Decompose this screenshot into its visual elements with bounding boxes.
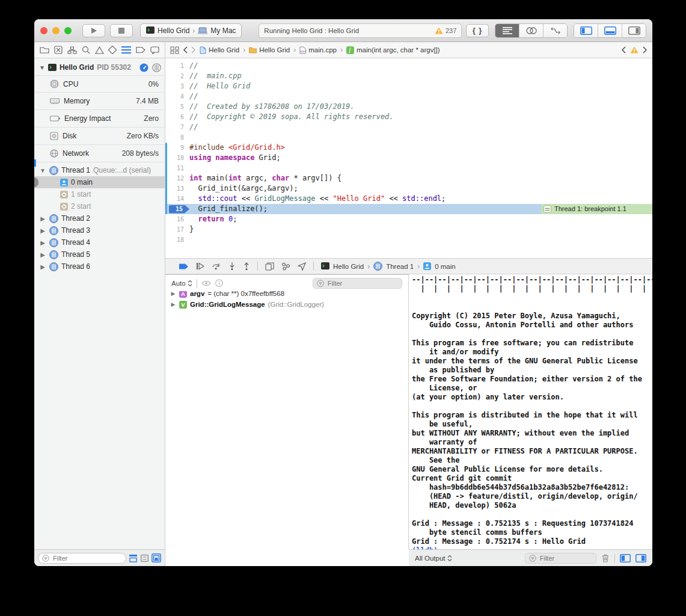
zoom-window-button[interactable] [64,27,72,34]
debug-navigator-icon[interactable] [121,46,131,54]
breakpoint-navigator-icon[interactable] [136,46,145,54]
jumpbar-item[interactable]: fmain(int argc, char * argv[]) [346,46,440,54]
breakpoint-badge[interactable]: 15 [169,205,189,214]
memory-graph-icon[interactable] [281,262,290,271]
thread-row[interactable]: ▼Thread 1 Queue:...d (serial) [34,164,165,176]
gauge-row-disk[interactable]: Disk Zero KB/s [34,128,165,145]
scheme-selector[interactable]: Hello Grid›My Mac [140,23,242,38]
line-number[interactable]: 11 [165,163,189,173]
console-filter-field[interactable] [525,553,596,564]
line-number[interactable]: 1 [165,61,189,71]
code-line[interactable]: 17} [165,224,652,235]
thread-row[interactable]: ▶Thread 2 [34,212,165,224]
variables-filter-input[interactable] [326,279,398,288]
line-number[interactable]: 8 [165,132,189,143]
code-line[interactable]: 7// [165,122,652,132]
step-over-icon[interactable] [212,262,221,270]
code-line[interactable]: 8 [165,132,652,143]
code-line[interactable]: 5// Created by s1786208 on 17/03/2019. [165,102,652,112]
jumpbar-item[interactable]: c++main.cpp [299,46,337,54]
disclosure-closed-icon[interactable]: ▶ [39,227,46,234]
gauge-row-memory[interactable]: Memory 7.4 MB [34,93,165,110]
debug-breadcrumb-label[interactable]: Hello Grid [333,263,364,270]
navigator-filter-input[interactable] [52,554,122,562]
console-scope-popup[interactable]: All Output [415,555,452,562]
debug-breadcrumb-label[interactable]: 0 main [435,263,456,270]
thread-row[interactable]: ▶Thread 6 [34,260,165,273]
debug-breadcrumb-label[interactable]: Thread 1 [386,263,414,270]
console-output[interactable]: --|--|--|--|--|--|--|--|--|--|--|--|--|-… [409,274,652,549]
activity-viewer[interactable]: Running Hello Grid : Hello Grid 237 [259,23,462,38]
console-pane-toggle-icon[interactable] [635,554,646,562]
line-number[interactable]: 17 [165,224,189,235]
panel-toggle-0[interactable] [574,24,598,37]
variables-pane-toggle-icon[interactable] [620,554,631,562]
clear-console-trash-icon[interactable] [601,553,610,562]
minimize-window-button[interactable] [52,27,60,34]
jumpbar-item[interactable]: Hello Grid [249,46,290,54]
disclosure-closed-icon[interactable]: ▶ [39,263,46,270]
code-line[interactable]: 15 Grid_finalize();Thread 1: breakpoint … [165,204,652,214]
stop-button[interactable] [110,24,133,37]
filter-view-toggle-icon[interactable] [152,553,161,562]
issue-navigator-icon[interactable] [95,46,104,54]
line-number[interactable]: 13 [165,183,189,194]
stack-frame-row[interactable]: 0 main [34,176,165,188]
editor-mode-2[interactable] [544,24,567,37]
simulate-location-icon[interactable] [298,262,306,271]
thread-row[interactable]: ▶Thread 3 [34,224,165,236]
report-navigator-icon[interactable] [150,46,159,54]
stack-frame-row[interactable]: 2 start [34,200,165,212]
line-number[interactable]: 3 [165,81,189,91]
view-mode-icon[interactable] [152,63,161,72]
line-number[interactable]: 10 [165,153,189,163]
disclosure-closed-icon[interactable]: ▶ [170,301,176,307]
quicklook-eye-icon[interactable] [201,280,211,286]
gauge-row-cpu[interactable]: CPU 0% [34,75,165,93]
panel-toggle-1[interactable] [598,24,622,37]
variables-filter-field[interactable] [313,278,402,289]
related-items-icon[interactable] [170,46,179,54]
variables-view[interactable]: A argc = (int) 3 ▶ A argv = (char **) 0x… [165,274,409,549]
stack-frame-row[interactable]: 1 start [34,188,165,200]
jumpbar-item[interactable]: Hello Grid [200,46,239,54]
line-number[interactable]: 16 [165,214,189,224]
line-number[interactable]: 7 [165,122,189,132]
code-line[interactable]: 18 [165,235,652,245]
info-icon[interactable] [215,279,223,287]
line-number[interactable]: 18 [165,235,189,245]
test-navigator-icon[interactable] [108,46,117,54]
view-hierarchy-icon[interactable] [265,262,274,271]
issue-warning-icon[interactable] [630,46,639,54]
line-number[interactable]: 4 [165,91,189,102]
project-navigator-icon[interactable] [40,46,49,54]
filter-stack-toggle-icon[interactable] [140,554,149,562]
code-line[interactable]: 12int main(int argc, char * argv[]) { [165,173,652,183]
disclosure-closed-icon[interactable]: ▶ [39,239,46,246]
debug-annotation[interactable]: Thread 1: breakpoint 1.1 [541,204,652,214]
forward-button[interactable] [191,46,196,54]
code-line[interactable]: 6// Copyright © 2019 sopa. All rights re… [165,112,652,122]
code-line[interactable]: 11 [165,163,652,173]
panel-toggle-2[interactable] [622,24,646,37]
gauge-row-energy-impact[interactable]: Energy Impact Zero [34,110,165,128]
filter-running-toggle-icon[interactable] [129,554,138,562]
code-line[interactable]: 13 Grid_init(&argc,&argv); [165,183,652,194]
line-number[interactable]: 6 [165,112,189,122]
disclosure-open-icon[interactable]: ▼ [39,64,45,71]
symbol-navigator-icon[interactable] [67,46,77,54]
step-into-icon[interactable] [228,262,236,270]
code-line[interactable]: 10using namespace Grid; [165,153,652,163]
breakpoints-toggle-icon[interactable] [179,263,189,270]
editor-mode-1[interactable] [519,24,544,37]
line-number[interactable]: 14 [165,194,189,204]
disclosure-closed-icon[interactable]: ▶ [39,215,46,222]
disclosure-open-icon[interactable]: ▼ [39,167,46,174]
process-row[interactable]: ▼ Hello Grid PID 55302 [34,58,165,75]
line-number[interactable]: 9 [165,143,189,153]
thread-row[interactable]: ▶Thread 5 [34,248,165,260]
gauge-icon[interactable] [139,63,149,72]
line-number[interactable]: 12 [165,173,189,183]
code-line[interactable]: 14 std::cout << GridLogMessage << "Hello… [165,194,652,204]
close-window-button[interactable] [40,27,47,34]
